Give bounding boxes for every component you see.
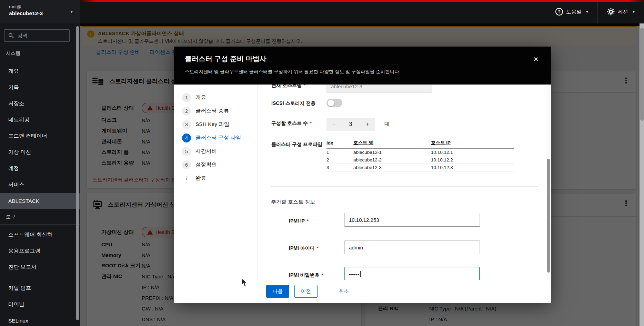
table-row: 3 ablecube12-3 10.10.12.3 [326,164,514,171]
wizard-form: 현재 호스트명* iSCSI 스토리지 전용 구성할 호스트 수* − 3 + … [258,85,551,280]
hostname-label: 현재 호스트명* [271,85,305,89]
sidebar-item-podman[interactable]: 포드맨 컨테이너 [0,128,80,144]
help-icon: ? [555,8,563,16]
brand-accent-bar [80,0,644,2]
ipmi-id-label: IPMI 아이디* [289,245,319,251]
ipmi-ip-label: IPMI IP* [289,218,309,224]
hostname-input [326,85,432,93]
col-hostname[interactable]: 호스트 명 [353,139,431,149]
divider [0,61,80,61]
host-count-value: 3 [349,121,352,127]
profile-label: 클러스터 구성 프로파일 [271,141,322,148]
sidebar: 시스템 개요 기록 저장소 네트워킹 포드맨 컨테이너 가상 머신 계정 서비스… [0,23,80,326]
sidebar-scrollbar[interactable] [76,26,79,320]
col-idx: idx [326,139,353,149]
col-hostip[interactable]: 호스트 IP [431,139,514,149]
sidebar-nav: 시스템 개요 기록 저장소 네트워킹 포드맨 컨테이너 가상 머신 계정 서비스… [0,48,80,326]
wizard-steps: 1개요 2클러스터 종류 3SSH Key 파일 4클러스터 구성 파일 5시간… [174,85,258,280]
modal-scrollbar[interactable] [547,85,550,280]
sidebar-search[interactable] [4,29,70,42]
iscsi-toggle[interactable] [326,99,342,107]
masthead-hostname: ablecube12-3 [9,10,80,17]
host-switcher[interactable]: root@ ablecube12-3 ▾ [0,0,80,23]
table-row: 1 ablecube12-1 10.10.12.1 [326,149,514,156]
nav-section-tools: 도구 [0,212,80,222]
add-host-section-title: 추가할 호스트 정보 [271,199,315,205]
table-row: 2 ablecube12-2 10.10.12.2 [326,156,514,164]
prev-button[interactable]: 이전 [294,285,318,298]
cancel-button[interactable]: 취소 [333,285,355,297]
cluster-profile-table: idx 호스트 명 호스트 IP 1 ablecube12-1 10.10.12… [326,139,514,171]
chevron-down-icon: ▾ [633,9,635,14]
ipmi-ip-input[interactable] [344,213,480,227]
step-confirm[interactable]: 6설정확인 [174,158,257,171]
host-count-unit: 대 [384,121,390,127]
chevron-down-icon: ▾ [586,9,588,14]
next-button[interactable]: 다음 [266,285,289,298]
divider [0,224,80,225]
session-label: 세션 [618,9,628,15]
cluster-wizard-modal: 클러스터 구성 준비 마법사 스토리지센터 및 클라우드센터 클러스터를 구성하… [174,47,551,303]
step-time-server[interactable]: 5시간서버 [174,145,257,158]
minus-button[interactable]: − [332,121,335,127]
modal-title: 클러스터 구성 준비 마법사 [185,54,540,63]
modal-scrollbar-thumb[interactable] [547,159,550,273]
plus-button[interactable]: + [366,121,369,127]
nav-section-system: 시스템 [0,48,80,59]
content-scrollbar-thumb[interactable] [640,28,644,121]
step-done[interactable]: 7완료 [174,171,257,185]
step-overview[interactable]: 1개요 [174,91,257,104]
sidebar-item-terminal[interactable]: 터미널 [0,296,80,313]
masthead: root@ ablecube12-3 ▾ ? 도움말 ▾ 세션 ▾ [0,0,644,23]
host-count-label: 구성할 호스트 수* [271,120,312,127]
help-menu[interactable]: ? 도움말 ▾ [546,0,597,23]
sidebar-item-kernel-dump[interactable]: 커널 덤프 [0,280,80,296]
sidebar-item-diagnostic-reports[interactable]: 진단 보고서 [0,259,80,275]
text-cursor [360,271,361,277]
modal-header: 클러스터 구성 준비 마법사 스토리지센터 및 클라우드센터 클러스터를 구성하… [174,47,551,85]
sidebar-item-applications[interactable]: 응용프로그램 [0,243,80,259]
sidebar-item-ablestack[interactable]: ABLESTACK [0,193,80,209]
masthead-user: root@ [9,4,80,10]
search-input[interactable] [17,32,63,39]
sidebar-item-overview[interactable]: 개요 [0,63,80,79]
chevron-down-icon: ▾ [70,9,73,14]
gear-icon [607,8,615,16]
sidebar-item-logs[interactable]: 기록 [0,79,80,96]
help-label: 도움말 [566,9,582,15]
search-icon [8,33,14,38]
close-icon[interactable]: ✕ [533,56,539,63]
session-menu[interactable]: 세션 ▾ [597,0,644,23]
ipmi-id-input[interactable] [344,240,480,254]
iscsi-label: iSCSI 스토리지 전용 [271,100,315,107]
sidebar-item-virtual-machines[interactable]: 가상 머신 [0,144,80,160]
ipmi-password-input[interactable]: ••••• [344,267,480,280]
modal-subtitle: 스토리지센터 및 클라우드센터 클러스터를 구성하기 위해 필요한 다양한 정보… [185,69,540,75]
step-cluster-type[interactable]: 2클러스터 종류 [174,104,257,118]
modal-footer: 다음 이전 취소 [174,280,551,303]
divider [271,186,538,187]
ipmi-password-label: IPMI 비밀번호* [289,272,323,278]
content-scrollbar[interactable] [640,23,644,326]
sidebar-item-accounts[interactable]: 계정 [0,160,80,177]
password-dots: ••••• [349,271,360,277]
step-cluster-config-file[interactable]: 4클러스터 구성 파일 [174,131,257,145]
sidebar-item-services[interactable]: 서비스 [0,177,80,193]
sidebar-item-storage[interactable]: 저장소 [0,96,80,112]
step-ssh-key[interactable]: 3SSH Key 파일 [174,118,257,131]
sidebar-item-selinux[interactable]: SELinux [0,313,80,326]
sidebar-item-networking[interactable]: 네트워킹 [0,112,80,128]
sidebar-item-software-updates[interactable]: 소프트웨어 최신화 [0,227,80,243]
modal-body: 1개요 2클러스터 종류 3SSH Key 파일 4클러스터 구성 파일 5시간… [174,85,551,280]
host-count-stepper: − 3 + [326,118,375,131]
